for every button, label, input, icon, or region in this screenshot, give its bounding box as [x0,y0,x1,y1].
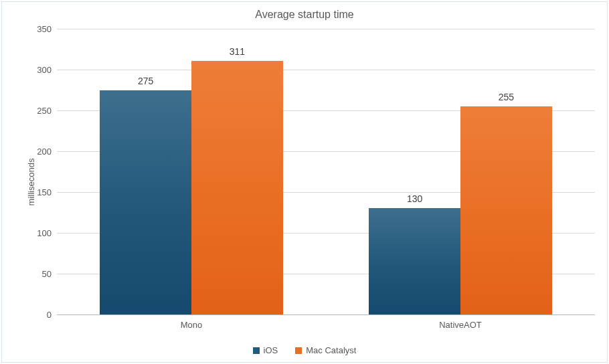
bar-label: 130 [369,193,460,204]
y-tick: 200 [37,146,57,156]
legend-item-mac: Mac Catalyst [295,345,356,355]
bar-mono-mac: 311 [191,61,283,314]
legend-label: iOS [264,345,278,355]
y-tick: 100 [37,228,57,238]
x-tick: NativeAOT [439,314,482,330]
legend-swatch-mac [295,347,302,354]
y-tick: 350 [37,24,57,34]
chart-title: Average startup time [2,9,607,21]
y-tick: 50 [42,269,57,279]
bar-mono-ios: 275 [100,90,191,314]
legend: iOS Mac Catalyst [2,345,607,355]
bar-label: 255 [460,92,552,102]
y-tick: 250 [37,105,57,115]
gridline [57,70,595,70]
x-tick: Mono [181,314,203,330]
legend-label: Mac Catalyst [306,345,356,355]
plot-area: 350 300 250 200 150 100 50 0 Mono Native… [57,29,595,315]
y-tick: 300 [37,64,57,74]
legend-swatch-ios [253,347,260,354]
y-tick: 0 [47,310,57,320]
gridline [57,29,595,29]
legend-item-ios: iOS [253,345,278,355]
bar-label: 311 [191,46,283,57]
y-axis-label: milliseconds [26,159,36,206]
bar-nativeaot-ios: 130 [369,208,460,314]
y-tick: 150 [37,187,57,197]
chart-frame: Average startup time milliseconds 350 30… [1,1,608,363]
bar-nativeaot-mac: 255 [460,106,552,314]
bar-label: 275 [100,76,191,86]
